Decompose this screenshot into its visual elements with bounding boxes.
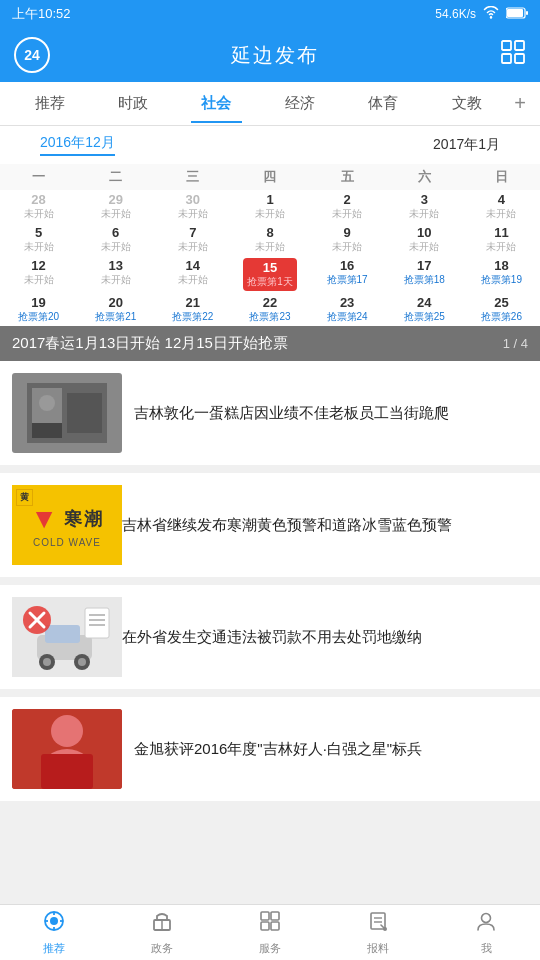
calendar-day[interactable]: 4未开始 [463,190,540,223]
news-item-3[interactable]: 在外省发生交通违法被罚款不用去处罚地缴纳 [0,585,540,689]
news-thumb-2: 黄 ▼ 寒潮 COLD WAVE [12,485,122,565]
svg-rect-23 [85,608,109,638]
weekday-sun: 日 [463,164,540,190]
grid-button[interactable] [500,39,526,71]
tab-society[interactable]: 社会 [175,84,258,123]
calendar-day[interactable]: 28未开始 [0,190,77,223]
calendar-day[interactable]: 25抢票第26 [463,293,540,326]
calendar-day[interactable]: 15抢票第1天 [231,256,308,293]
news-title-1: 吉林敦化一蛋糕店因业绩不佳老板员工当街跪爬 [134,402,528,425]
calendar-day[interactable]: 21抢票第22 [154,293,231,326]
calendar-month-jan[interactable]: 2017年1月 [433,136,500,154]
calendar-day[interactable]: 1未开始 [231,190,308,223]
weekday-tue: 二 [77,164,154,190]
svg-rect-2 [507,9,523,17]
news-thumb-1 [12,373,122,453]
banner-page: 1 / 4 [503,336,528,351]
calendar-day[interactable]: 30未开始 [154,190,231,223]
calendar-day[interactable]: 14未开始 [154,256,231,293]
calendar-day[interactable]: 18抢票第19 [463,256,540,293]
svg-rect-41 [261,922,269,930]
svg-rect-10 [67,393,102,433]
cold-wave-badge: 黄 [16,489,33,506]
svg-rect-30 [41,754,93,789]
calendar-day[interactable]: 9未开始 [309,223,386,256]
notification-badge[interactable]: 24 [14,37,50,73]
calendar-section: 2016年12月 2017年1月 一 二 三 四 五 六 日 28未开始29未开… [0,126,540,361]
calendar-day[interactable]: 23抢票第24 [309,293,386,326]
calendar-day[interactable]: 7未开始 [154,223,231,256]
bottom-nav-politics-label: 政务 [151,941,173,956]
svg-point-0 [490,16,492,18]
bottom-nav-me[interactable]: 我 [432,905,540,960]
tab-sports[interactable]: 体育 [342,84,425,123]
banner-text: 2017春运1月13日开始 12月15日开始抢票 [12,334,288,353]
calendar-day[interactable]: 5未开始 [0,223,77,256]
calendar-grid: 一 二 三 四 五 六 日 28未开始29未开始30未开始1未开始2未开始3未开… [0,164,540,326]
bottom-nav-me-label: 我 [481,941,492,956]
news-item-4[interactable]: 金旭获评2016年度"吉林好人·白强之星"标兵 [0,697,540,801]
svg-rect-15 [45,625,80,643]
me-icon [475,910,497,938]
main-content: 2016年12月 2017年1月 一 二 三 四 五 六 日 28未开始29未开… [0,126,540,869]
cold-wave-label: 寒潮 [64,507,104,531]
calendar-day[interactable]: 6未开始 [77,223,154,256]
svg-rect-39 [261,912,269,920]
bottom-nav-service[interactable]: 服务 [216,905,324,960]
bottom-nav-recommend-label: 推荐 [43,941,65,956]
news-thumb-3 [12,597,122,677]
svg-point-11 [39,395,55,411]
svg-rect-6 [502,54,511,63]
report-icon [367,910,389,938]
calendar-day[interactable]: 10未开始 [386,223,463,256]
calendar-day[interactable]: 16抢票第17 [309,256,386,293]
calendar-day[interactable]: 19抢票第20 [0,293,77,326]
tab-economy[interactable]: 经济 [258,84,341,123]
bottom-nav: 推荐 政务 服务 [0,904,540,960]
svg-point-18 [43,658,51,666]
weekday-mon: 一 [0,164,77,190]
weekday-fri: 五 [309,164,386,190]
calendar-day[interactable]: 3未开始 [386,190,463,223]
news-item-1[interactable]: 吉林敦化一蛋糕店因业绩不佳老板员工当街跪爬 [0,361,540,465]
bottom-nav-report[interactable]: 报料 [324,905,432,960]
calendar-day[interactable]: 8未开始 [231,223,308,256]
bottom-nav-politics[interactable]: 政务 [108,905,216,960]
calendar-day[interactable]: 17抢票第18 [386,256,463,293]
service-icon [259,910,281,938]
add-tab-button[interactable]: + [508,92,532,115]
tab-culture[interactable]: 文教 [425,84,508,123]
calendar-day[interactable]: 2未开始 [309,190,386,223]
calendar-day[interactable]: 12未开始 [0,256,77,293]
calendar-day[interactable]: 20抢票第21 [77,293,154,326]
svg-point-32 [50,917,58,925]
calendar-day[interactable]: 29未开始 [77,190,154,223]
svg-rect-7 [515,54,524,63]
tab-politics[interactable]: 时政 [91,84,174,123]
recommend-icon [43,910,65,938]
svg-rect-42 [271,922,279,930]
calendar-day[interactable]: 13未开始 [77,256,154,293]
svg-rect-5 [515,41,524,50]
status-bar: 上午10:52 54.6K/s [0,0,540,28]
news-title-2: 吉林省继续发布寒潮黄色预警和道路冰雪蓝色预警 [122,514,528,537]
news-item-2[interactable]: 黄 ▼ 寒潮 COLD WAVE 吉林省继续发布寒潮黄色预警和道路冰雪蓝色预警 [0,473,540,577]
app-header: 24 延边发布 [0,28,540,82]
calendar-header: 2016年12月 2017年1月 [0,126,540,164]
calendar-month-dec[interactable]: 2016年12月 [40,134,115,156]
news-title-4: 金旭获评2016年度"吉林好人·白强之星"标兵 [134,738,528,761]
svg-rect-12 [32,423,62,438]
calendar-day[interactable]: 11未开始 [463,223,540,256]
network-speed: 54.6K/s [435,7,476,21]
calendar-day[interactable]: 24抢票第25 [386,293,463,326]
svg-point-47 [482,913,491,922]
svg-point-19 [78,658,86,666]
banner-overlay[interactable]: 2017春运1月13日开始 12月15日开始抢票 1 / 4 [0,326,540,361]
news-thumb-4 [12,709,122,789]
bottom-nav-recommend[interactable]: 推荐 [0,905,108,960]
tab-recommend[interactable]: 推荐 [8,84,91,123]
wifi-icon [482,6,500,22]
politics-icon [151,910,173,938]
status-time: 上午10:52 [12,5,71,23]
calendar-day[interactable]: 22抢票第23 [231,293,308,326]
